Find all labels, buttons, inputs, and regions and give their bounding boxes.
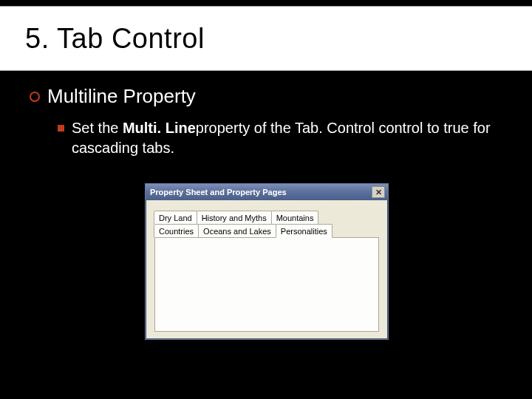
tab-personalities[interactable]: Personalities (276, 224, 332, 238)
circle-bullet-icon (30, 92, 40, 102)
tab-control (154, 237, 379, 332)
tab-row-1: Dry Land History and Myths Mountains (154, 211, 380, 224)
bullet-level-2: Set the Multi. Lineproperty of the Tab. … (58, 118, 502, 158)
slide-title: 5. Tab Control (25, 23, 205, 55)
close-button[interactable]: ✕ (372, 186, 385, 198)
square-bullet-icon (58, 125, 64, 132)
example-window: Property Sheet and Property Pages ✕ Dry … (145, 183, 389, 340)
tab-mountains[interactable]: Mountains (271, 211, 319, 224)
body-bold: Multi. Line (123, 120, 196, 136)
body-prefix: Set the (72, 120, 123, 136)
tab-row-2: Countries Oceans and Lakes Personalities (154, 224, 380, 237)
tab-history-myths[interactable]: History and Myths (197, 211, 272, 224)
tab-countries[interactable]: Countries (154, 224, 199, 237)
slide: 5. Tab Control Multiline Property Set th… (0, 0, 532, 399)
window-body: Dry Land History and Myths Mountains Cou… (146, 200, 388, 339)
tab-rows: Dry Land History and Myths Mountains Cou… (154, 211, 380, 237)
tab-oceans-lakes[interactable]: Oceans and Lakes (198, 224, 276, 237)
bullet-2-text: Set the Multi. Lineproperty of the Tab. … (72, 118, 502, 158)
close-icon: ✕ (375, 188, 382, 197)
slide-content: Multiline Property Set the Multi. Linepr… (30, 85, 502, 171)
tab-control-wrap: Dry Land History and Myths Mountains Cou… (154, 237, 379, 332)
bullet-level-1: Multiline Property (30, 85, 502, 108)
window-title: Property Sheet and Property Pages (150, 188, 287, 197)
bullet-1-text: Multiline Property (47, 85, 196, 108)
tab-panel (155, 238, 378, 331)
window-titlebar: Property Sheet and Property Pages ✕ (146, 184, 388, 200)
slide-title-bar: 5. Tab Control (0, 6, 532, 71)
tab-dry-land[interactable]: Dry Land (154, 211, 197, 224)
